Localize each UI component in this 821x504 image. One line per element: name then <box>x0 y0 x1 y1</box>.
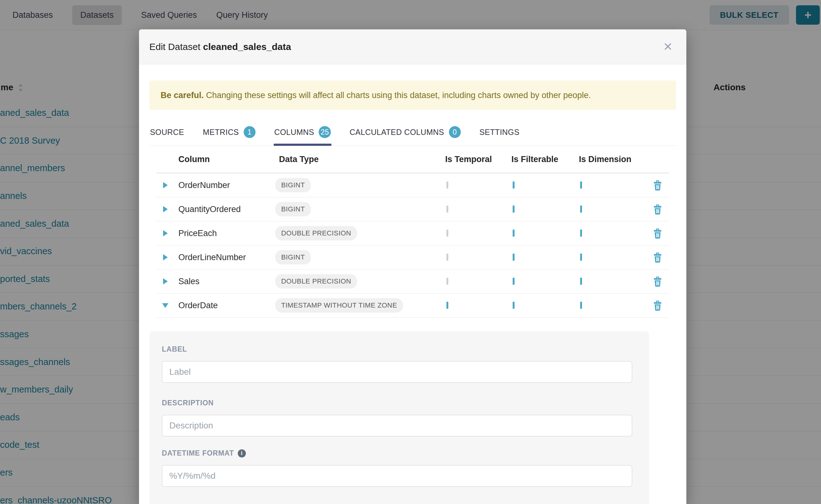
close-icon[interactable]: ✕ <box>663 41 673 52</box>
label-heading-text: LABEL <box>162 345 187 353</box>
is-temporal-checkbox[interactable] <box>447 302 448 309</box>
expand-caret-icon[interactable] <box>163 254 168 260</box>
column-row: QuantityOrdered BIGINT <box>156 197 669 221</box>
column-name: Sales <box>174 277 275 286</box>
delete-column-button[interactable] <box>646 228 669 239</box>
data-type-badge: DOUBLE PRECISION <box>275 226 357 240</box>
data-type-badge: BIGINT <box>275 250 311 264</box>
column-name: QuantityOrdered <box>174 205 275 214</box>
modal-tabs: SOURCE METRICS 1 COLUMNS 25 CALCULATED C… <box>149 122 676 146</box>
is-temporal-checkbox[interactable] <box>447 181 448 189</box>
trash-icon <box>653 300 663 311</box>
modal-header: Edit Dataset cleaned_sales_data ✕ <box>139 29 686 64</box>
warning-banner: Be careful. Changing these settings will… <box>149 81 676 110</box>
column-row: OrderNumber BIGINT <box>156 173 669 197</box>
column-row: Sales DOUBLE PRECISION <box>156 269 669 294</box>
is-temporal-checkbox[interactable] <box>447 278 448 285</box>
datetime-format-field-heading: DATETIME FORMAT i <box>162 449 637 457</box>
columns-table-header: Column Data Type Is Temporal Is Filterab… <box>156 146 669 173</box>
data-type-badge: BIGINT <box>275 178 311 192</box>
expand-caret-icon[interactable] <box>163 206 168 212</box>
tab-count-badge: 25 <box>319 126 330 138</box>
is-dimension-checkbox[interactable] <box>580 302 582 309</box>
columns-table: Column Data Type Is Temporal Is Filterab… <box>156 146 669 318</box>
modal-title: Edit Dataset cleaned_sales_data <box>149 42 291 52</box>
tab-metrics[interactable]: METRICS 1 <box>202 122 256 146</box>
label-input[interactable] <box>162 361 632 383</box>
description-field-heading: DESCRIPTION <box>162 399 637 407</box>
is-filterable-checkbox[interactable] <box>513 205 515 213</box>
trash-icon <box>653 204 663 215</box>
column-row: OrderDate TIMESTAMP WITHOUT TIME ZONE <box>156 294 669 318</box>
tab-label: SOURCE <box>150 128 184 137</box>
trash-icon <box>653 228 663 239</box>
data-type-badge: DOUBLE PRECISION <box>275 274 357 289</box>
columns-table-rows: OrderNumber BIGINT QuantityOrdered BIGIN… <box>156 173 669 318</box>
expand-caret-icon[interactable] <box>162 303 168 308</box>
is-temporal-checkbox[interactable] <box>447 205 448 213</box>
data-type-header: Data Type <box>275 155 445 164</box>
tab-count-badge: 1 <box>244 126 255 138</box>
is-temporal-checkbox[interactable] <box>447 254 448 261</box>
description-heading-text: DESCRIPTION <box>162 399 214 407</box>
modal-title-dataset-name: cleaned_sales_data <box>203 42 291 52</box>
trash-icon <box>653 276 663 287</box>
tab-columns[interactable]: COLUMNS 25 <box>274 122 331 146</box>
delete-column-button[interactable] <box>646 204 669 215</box>
edit-dataset-modal: Edit Dataset cleaned_sales_data ✕ Be car… <box>139 29 686 504</box>
expand-caret-icon[interactable] <box>163 182 168 188</box>
tab-count-badge: 0 <box>449 126 461 138</box>
data-type-badge: BIGINT <box>275 202 311 216</box>
is-dimension-checkbox[interactable] <box>580 181 582 189</box>
datetime-heading-text: DATETIME FORMAT <box>162 449 234 457</box>
tab-settings[interactable]: SETTINGS <box>479 122 520 146</box>
delete-column-button[interactable] <box>646 300 669 311</box>
column-header: Column <box>174 155 275 164</box>
column-name: OrderNumber <box>174 180 275 190</box>
data-type-badge: TIMESTAMP WITHOUT TIME ZONE <box>275 298 403 313</box>
info-icon[interactable]: i <box>238 449 246 457</box>
column-name: OrderLineNumber <box>174 253 275 262</box>
is-temporal-checkbox[interactable] <box>447 230 448 237</box>
is-filterable-checkbox[interactable] <box>513 230 515 237</box>
tab-label: METRICS <box>203 128 239 137</box>
tab-calculated-columns[interactable]: CALCULATED COLUMNS 0 <box>349 122 462 146</box>
is-filterable-checkbox[interactable] <box>513 181 515 189</box>
tab-label: COLUMNS <box>274 128 314 137</box>
is-dimension-header: Is Dimension <box>579 155 646 164</box>
is-dimension-checkbox[interactable] <box>580 254 582 261</box>
delete-column-button[interactable] <box>646 276 669 287</box>
is-filterable-header: Is Filterable <box>512 155 579 164</box>
modal-title-prefix: Edit Dataset <box>149 42 200 52</box>
label-field-heading: LABEL <box>162 345 637 353</box>
expand-caret-icon[interactable] <box>163 230 168 236</box>
is-filterable-checkbox[interactable] <box>513 302 515 309</box>
warning-text: Changing these settings will affect all … <box>204 91 591 100</box>
delete-column-button[interactable] <box>646 180 669 191</box>
tab-label: SETTINGS <box>480 128 520 137</box>
is-dimension-checkbox[interactable] <box>580 230 582 237</box>
expand-caret-icon[interactable] <box>163 278 168 284</box>
is-dimension-checkbox[interactable] <box>580 278 582 285</box>
is-filterable-checkbox[interactable] <box>513 278 515 285</box>
is-dimension-checkbox[interactable] <box>580 205 582 213</box>
warning-bold-text: Be careful. <box>161 91 204 100</box>
column-name: PriceEach <box>174 229 275 238</box>
is-temporal-header: Is Temporal <box>445 155 512 164</box>
tab-label: CALCULATED COLUMNS <box>349 128 444 137</box>
column-row: OrderLineNumber BIGINT <box>156 245 669 269</box>
trash-icon <box>653 252 663 263</box>
modal-body: Be careful. Changing these settings will… <box>139 81 686 504</box>
column-editor-panel: LABEL DESCRIPTION DATETIME FORMAT i <box>150 331 649 504</box>
delete-column-button[interactable] <box>646 252 669 263</box>
column-name: OrderDate <box>174 301 275 310</box>
datetime-format-input[interactable] <box>162 465 632 487</box>
column-row: PriceEach DOUBLE PRECISION <box>156 221 669 245</box>
description-input[interactable] <box>162 415 632 437</box>
is-filterable-checkbox[interactable] <box>513 254 515 261</box>
trash-icon <box>653 180 663 191</box>
tab-source[interactable]: SOURCE <box>149 122 185 146</box>
